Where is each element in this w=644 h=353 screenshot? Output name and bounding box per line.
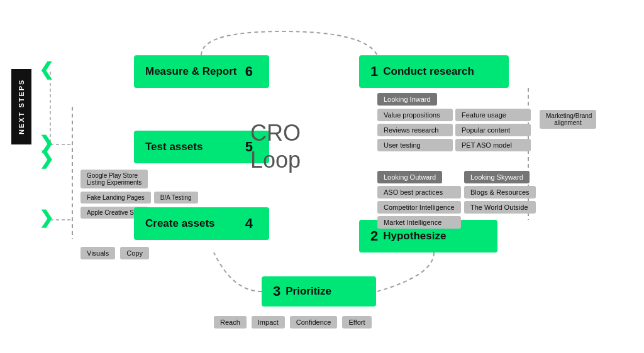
chip-market-intel: Market Intelligence (377, 216, 461, 229)
chip-user-testing: User testing (377, 139, 453, 151)
looking-outward-section: Looking Outward ASO best practices Compe… (377, 171, 461, 229)
measure-report-box: Measure & Report 6 (134, 55, 269, 88)
chip-popular-content: Popular content (455, 124, 531, 136)
canvas: ❮ ❯ ❯ ❯ NEXT STEPS Measure & Report 6 Te… (0, 0, 644, 353)
chip-copy: Copy (120, 247, 149, 259)
chip-marketing-brand: Marketing/Brand alignment (540, 110, 596, 129)
test-assets-box: Test assets 5 (134, 131, 269, 163)
chip-confidence: Confidence (290, 316, 338, 329)
measure-label: Measure & Report (145, 65, 236, 78)
create-label: Create assets (145, 217, 215, 230)
chip-world-outside: The World Outside (464, 201, 536, 214)
chevron-left-top: ❮ (39, 63, 53, 77)
hypo-number: 2 (370, 228, 378, 244)
looking-skyward-section: Looking Skyward Blogs & Resources The Wo… (464, 171, 536, 214)
create-number: 4 (245, 215, 253, 232)
cro-loop-text: CRO Loop (250, 119, 301, 173)
chip-value-props: Value propositions (377, 109, 453, 121)
prioritize-number: 3 (273, 283, 280, 300)
cro-line2: Loop (250, 146, 301, 173)
looking-skyward-header: Looking Skyward (464, 171, 530, 183)
chip-ba-testing: B/A Testing (154, 192, 198, 204)
chevron-left-bottom: ❯ (39, 210, 53, 225)
cro-line1: CRO (250, 119, 301, 146)
conduct-label: Conduct research (383, 65, 474, 78)
prioritize-box: 3 Prioritize (262, 276, 376, 307)
chip-fake-landing: Fake Landing Pages (80, 192, 151, 204)
looking-inward-section: Looking Inward Value propositions Featur… (377, 93, 531, 151)
next-steps-label: NEXT STEPS (11, 69, 31, 144)
chip-competitor-intel: Competitor Intelligence (377, 201, 461, 214)
measure-number: 6 (245, 63, 253, 80)
chip-google-play: Google Play StoreListing Experiments (80, 170, 148, 188)
chip-reviews: Reviews research (377, 124, 453, 136)
chevron-left-mid: ❯ ❯ (39, 135, 53, 166)
hypo-label: Hypothesize (383, 230, 446, 242)
looking-inward-header: Looking Inward (377, 93, 437, 106)
chip-effort: Effort (342, 316, 371, 329)
conduct-number: 1 (370, 63, 378, 80)
prioritize-label: Prioritize (286, 285, 331, 298)
chip-aso-best: ASO best practices (377, 186, 461, 198)
create-assets-box: Create assets 4 (134, 207, 269, 240)
create-chips-container: Visuals Copy (80, 247, 149, 259)
prioritize-chips-container: Reach Impact Confidence Effort (214, 316, 372, 329)
chip-blogs: Blogs & Resources (464, 186, 536, 198)
chip-feature-usage: Feature usage (455, 109, 531, 121)
chip-pet-aso: PET ASO model (455, 139, 531, 151)
test-label: Test assets (145, 141, 203, 153)
chip-visuals: Visuals (80, 247, 115, 259)
looking-outward-header: Looking Outward (377, 171, 442, 183)
chip-impact: Impact (252, 316, 285, 329)
chip-reach: Reach (214, 316, 247, 329)
conduct-research-box: 1 Conduct research (359, 55, 509, 88)
